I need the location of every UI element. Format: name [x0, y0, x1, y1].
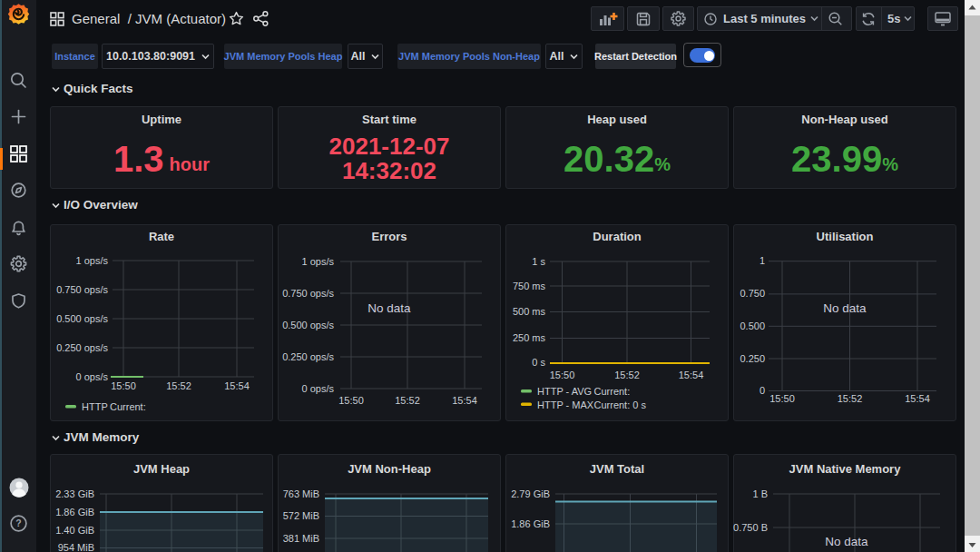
svg-text:0: 0 [760, 385, 765, 396]
svg-text:0 s: 0 s [532, 357, 545, 368]
svg-text:1 ops/s: 1 ops/s [76, 255, 109, 266]
svg-text:15:50: 15:50 [769, 393, 795, 404]
svg-text:0.250 ops/s: 0.250 ops/s [282, 351, 334, 362]
svg-text:No data: No data [823, 301, 867, 315]
svg-text:572 MiB: 572 MiB [283, 510, 319, 521]
svg-text:1 s: 1 s [532, 256, 545, 267]
svg-text:1 ops/s: 1 ops/s [302, 256, 335, 267]
svg-text:15:54: 15:54 [452, 395, 477, 406]
svg-text:Current:: Current: [594, 386, 631, 397]
svg-text:15:52: 15:52 [166, 380, 191, 391]
svg-text:?: ? [15, 518, 21, 528]
svg-text:763 MiB: 763 MiB [283, 488, 319, 499]
svg-text:15:52: 15:52 [614, 370, 640, 380]
svg-text:1.86 GiB: 1.86 GiB [55, 507, 94, 518]
svg-text:15:54: 15:54 [224, 380, 250, 391]
svg-text:0.750: 0.750 [740, 288, 765, 299]
svg-text:954 MiB: 954 MiB [58, 542, 94, 552]
svg-text:15:50: 15:50 [550, 370, 575, 380]
svg-text:0.750 B: 0.750 B [733, 522, 768, 533]
svg-text:HTTP - AVG: HTTP - AVG [537, 386, 592, 397]
svg-text:15:50: 15:50 [338, 395, 364, 406]
svg-text:15:52: 15:52 [838, 393, 863, 404]
svg-text:Current: 0 s: Current: 0 s [594, 399, 647, 410]
svg-text:1: 1 [760, 255, 765, 266]
svg-text:HTTP: HTTP [82, 401, 108, 412]
svg-text:750 ms: 750 ms [513, 281, 546, 291]
svg-text:1 B: 1 B [752, 488, 768, 499]
svg-text:15:50: 15:50 [111, 380, 136, 391]
svg-text:1.86 GiB: 1.86 GiB [511, 518, 550, 529]
svg-text:15:54: 15:54 [679, 370, 704, 380]
svg-text:Current:: Current: [110, 401, 146, 412]
svg-text:0.250 ops/s: 0.250 ops/s [56, 342, 108, 353]
svg-text:1.40 GiB: 1.40 GiB [55, 525, 94, 536]
svg-text:15:52: 15:52 [395, 395, 420, 406]
svg-text:0.500 ops/s: 0.500 ops/s [56, 313, 108, 324]
svg-text:0.500 ops/s: 0.500 ops/s [282, 320, 334, 330]
svg-text:0.750 ops/s: 0.750 ops/s [282, 288, 334, 299]
svg-text:2.79 GiB: 2.79 GiB [511, 488, 550, 499]
svg-text:500 ms: 500 ms [513, 306, 546, 317]
svg-text:0.750 ops/s: 0.750 ops/s [56, 284, 108, 295]
svg-text:0.500: 0.500 [740, 320, 765, 331]
svg-text:0 ops/s: 0 ops/s [302, 383, 335, 394]
svg-text:381 MiB: 381 MiB [283, 533, 319, 544]
svg-text:0 ops/s: 0 ops/s [76, 371, 109, 382]
svg-text:No data: No data [368, 301, 411, 315]
svg-text:250 ms: 250 ms [513, 332, 546, 343]
svg-text:No data: No data [825, 535, 868, 548]
svg-text:2.33 GiB: 2.33 GiB [55, 488, 94, 499]
svg-text:0.250: 0.250 [740, 353, 765, 364]
svg-text:HTTP - MAX: HTTP - MAX [537, 399, 594, 410]
svg-text:15:54: 15:54 [905, 393, 930, 404]
